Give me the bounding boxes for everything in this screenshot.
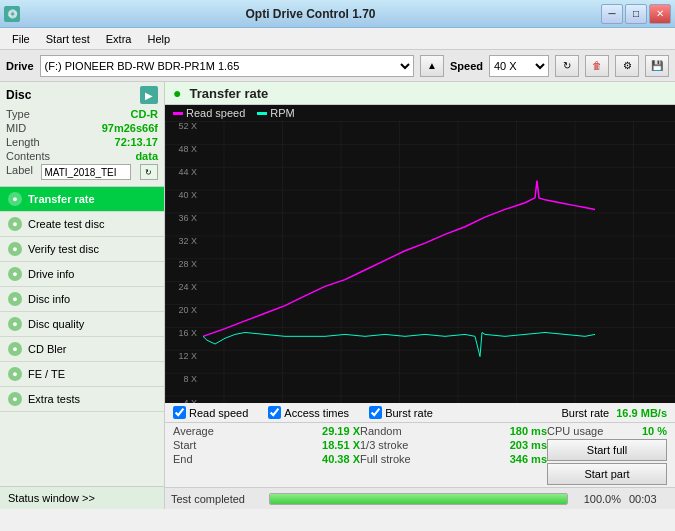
svg-text:20 X: 20 X	[179, 305, 198, 315]
disc-length-label: Length	[6, 136, 40, 148]
checkbox-read-speed-label: Read speed	[189, 407, 248, 419]
nav-label-disc-quality: Disc quality	[28, 318, 84, 330]
checkbox-read-speed[interactable]: Read speed	[173, 406, 248, 419]
menu-start-test[interactable]: Start test	[38, 31, 98, 47]
transfer-rate-icon: ●	[8, 192, 22, 206]
disc-header: Disc ▶	[6, 86, 158, 104]
stat-average-label: Average	[173, 425, 214, 437]
checkbox-burst-rate-input[interactable]	[369, 406, 382, 419]
legend-rpm-label: RPM	[270, 107, 294, 119]
stat-end-label: End	[173, 453, 193, 465]
disc-quality-icon: ●	[8, 317, 22, 331]
sidebar-item-transfer-rate[interactable]: ● Transfer rate	[0, 187, 164, 212]
speed-select[interactable]: 40 X	[489, 55, 549, 77]
content-area: ● Transfer rate Read speed RPM	[165, 82, 675, 509]
stat-average-value: 29.19 X	[305, 425, 360, 437]
sidebar-item-cd-bler[interactable]: ● CD Bler	[0, 337, 164, 362]
stat-random-value: 180 ms	[492, 425, 547, 437]
sidebar-item-create-test-disc[interactable]: ● Create test disc	[0, 212, 164, 237]
nav-label-disc-info: Disc info	[28, 293, 70, 305]
sidebar: Disc ▶ Type CD-R MID 97m26s66f Length 72…	[0, 82, 165, 509]
stat-start-label: Start	[173, 439, 196, 451]
stat-end-value: 40.38 X	[305, 453, 360, 465]
stats-col2: Random 180 ms 1/3 stroke 203 ms Full str…	[360, 425, 547, 485]
disc-type-value: CD-R	[131, 108, 159, 120]
progress-bar-area: Test completed 100.0% 00:03	[165, 487, 675, 509]
close-button[interactable]: ✕	[649, 4, 671, 24]
checkbox-access-times-input[interactable]	[268, 406, 281, 419]
stat-1-3-stroke: 1/3 stroke 203 ms	[360, 439, 547, 451]
chart-icon: ●	[173, 85, 181, 101]
disc-contents-label: Contents	[6, 150, 50, 162]
window-title: Opti Drive Control 1.70	[20, 7, 601, 21]
cpu-usage-label: CPU usage	[547, 425, 603, 437]
stat-random-label: Random	[360, 425, 402, 437]
drive-eject-button[interactable]: ▲	[420, 55, 444, 77]
minimize-button[interactable]: ─	[601, 4, 623, 24]
maximize-button[interactable]: □	[625, 4, 647, 24]
chart-area: Read speed RPM	[165, 105, 675, 403]
drive-save-button[interactable]: 💾	[645, 55, 669, 77]
svg-text:32 X: 32 X	[179, 236, 198, 246]
menu-file[interactable]: File	[4, 31, 38, 47]
stat-full-stroke: Full stroke 346 ms	[360, 453, 547, 465]
status-window-button[interactable]: Status window >>	[0, 486, 164, 509]
app-icon: 💿	[4, 6, 20, 22]
burst-rate-display: Burst rate 16.9 MB/s	[562, 407, 668, 419]
disc-mid-value: 97m26s66f	[102, 122, 158, 134]
stats-rows: Average 29.19 X Start 18.51 X End 40.38 …	[165, 423, 675, 487]
menu-help[interactable]: Help	[139, 31, 178, 47]
time-display: 00:03	[629, 493, 669, 505]
nav-label-transfer-rate: Transfer rate	[28, 193, 95, 205]
checkboxes-row: Read speed Access times Burst rate Burst…	[165, 403, 675, 423]
status-text: Test completed	[171, 493, 261, 505]
checkbox-read-speed-input[interactable]	[173, 406, 186, 419]
checkbox-burst-rate-label: Burst rate	[385, 407, 433, 419]
disc-label-refresh-button[interactable]: ↻	[140, 164, 158, 180]
nav-label-cd-bler: CD Bler	[28, 343, 67, 355]
speed-apply-button[interactable]: ↻	[555, 55, 579, 77]
burst-rate-value: 16.9 MB/s	[616, 407, 667, 419]
disc-label-label: Label	[6, 164, 33, 180]
drive-bar: Drive (F:) PIONEER BD-RW BDR-PR1M 1.65 ▲…	[0, 50, 675, 82]
disc-type-label: Type	[6, 108, 30, 120]
disc-arrow-button[interactable]: ▶	[140, 86, 158, 104]
drive-config-button2[interactable]: ⚙	[615, 55, 639, 77]
disc-type-row: Type CD-R	[6, 108, 158, 120]
chart-legend: Read speed RPM	[165, 105, 675, 121]
speed-label: Speed	[450, 60, 483, 72]
svg-text:44 X: 44 X	[179, 167, 198, 177]
nav-menu: ● Transfer rate ● Create test disc ● Ver…	[0, 187, 164, 412]
cd-bler-icon: ●	[8, 342, 22, 356]
chart-title: Transfer rate	[189, 86, 268, 101]
svg-text:16 X: 16 X	[179, 328, 198, 338]
verify-test-disc-icon: ●	[8, 242, 22, 256]
stat-start-value: 18.51 X	[305, 439, 360, 451]
disc-length-row: Length 72:13.17	[6, 136, 158, 148]
start-full-button[interactable]: Start full	[547, 439, 667, 461]
svg-text:48 X: 48 X	[179, 144, 198, 154]
sidebar-item-verify-test-disc[interactable]: ● Verify test disc	[0, 237, 164, 262]
sidebar-item-drive-info[interactable]: ● Drive info	[0, 262, 164, 287]
sidebar-item-extra-tests[interactable]: ● Extra tests	[0, 387, 164, 412]
nav-label-fe-te: FE / TE	[28, 368, 65, 380]
start-part-button[interactable]: Start part	[547, 463, 667, 485]
sidebar-item-disc-info[interactable]: ● Disc info	[0, 287, 164, 312]
sidebar-item-fe-te[interactable]: ● FE / TE	[0, 362, 164, 387]
checkbox-burst-rate[interactable]: Burst rate	[369, 406, 433, 419]
stat-full-stroke-value: 346 ms	[492, 453, 547, 465]
drive-config-button1[interactable]: 🗑	[585, 55, 609, 77]
disc-length-value: 72:13.17	[115, 136, 158, 148]
menu-extra[interactable]: Extra	[98, 31, 140, 47]
checkbox-access-times[interactable]: Access times	[268, 406, 349, 419]
sidebar-item-disc-quality[interactable]: ● Disc quality	[0, 312, 164, 337]
svg-text:24 X: 24 X	[179, 282, 198, 292]
main-layout: Disc ▶ Type CD-R MID 97m26s66f Length 72…	[0, 82, 675, 509]
progress-percent: 100.0%	[576, 493, 621, 505]
extra-tests-icon: ●	[8, 392, 22, 406]
drive-select[interactable]: (F:) PIONEER BD-RW BDR-PR1M 1.65	[40, 55, 414, 77]
disc-label-input[interactable]	[41, 164, 131, 180]
stat-1-3-stroke-value: 203 ms	[492, 439, 547, 451]
create-test-disc-icon: ●	[8, 217, 22, 231]
burst-rate-label: Burst rate	[562, 407, 610, 419]
